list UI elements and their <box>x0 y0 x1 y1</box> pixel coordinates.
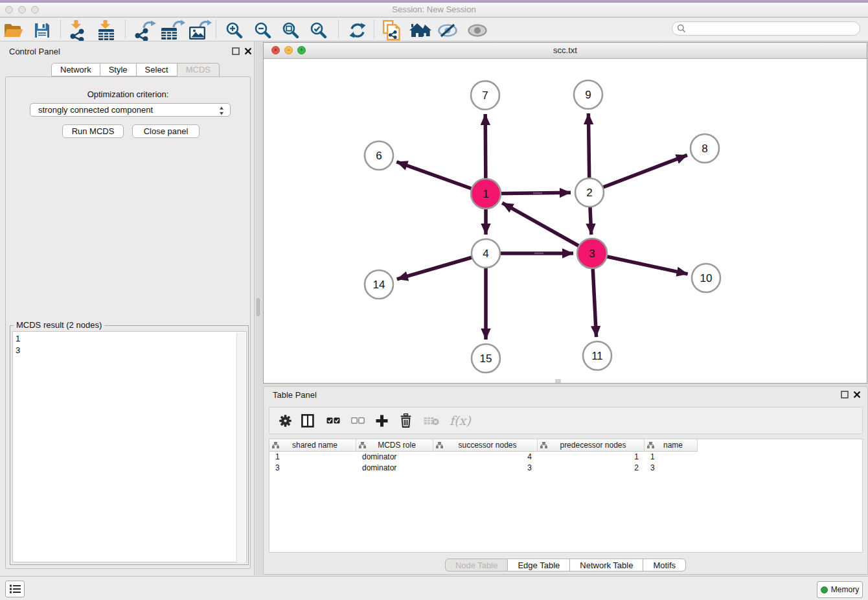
show-all-icon[interactable] <box>467 20 488 41</box>
control-panel-title: Control Panel <box>9 47 60 56</box>
node-9[interactable]: 9 <box>574 80 602 109</box>
node-10[interactable]: 10 <box>692 264 720 292</box>
minimize-network-button[interactable]: − <box>284 46 293 54</box>
node-7[interactable]: 7 <box>471 81 499 110</box>
zoom-out-icon[interactable] <box>253 20 271 41</box>
delete-table-icon[interactable] <box>424 408 439 433</box>
tab-network-table[interactable]: Network Table <box>570 559 643 571</box>
cell-predecessor-nodes: 2 <box>538 463 645 474</box>
node-3[interactable]: 3 <box>577 238 607 268</box>
zoom-window-button[interactable] <box>31 6 39 14</box>
import-network-icon[interactable] <box>69 20 87 41</box>
panel-divider-grip[interactable] <box>257 298 260 316</box>
show-columns-icon[interactable] <box>301 408 314 433</box>
hide-selected-icon[interactable] <box>437 20 458 41</box>
mcds-result-text[interactable]: 1 3 <box>12 331 247 562</box>
minimize-window-button[interactable] <box>18 6 26 14</box>
zoom-selected-icon[interactable] <box>309 20 327 41</box>
svg-text:3: 3 <box>589 248 595 260</box>
tab-mcds[interactable]: MCDS <box>177 63 220 76</box>
float-panel-icon[interactable] <box>232 47 240 55</box>
window-title: Session: New Session <box>0 3 868 17</box>
network-window-title: scc.txt <box>264 43 867 58</box>
tab-motifs[interactable]: Motifs <box>643 559 686 571</box>
tab-network[interactable]: Network <box>51 63 100 76</box>
tab-select[interactable]: Select <box>137 63 177 76</box>
svg-text:11: 11 <box>591 350 603 362</box>
optimization-criterion-label: Optimization criterion: <box>6 89 250 99</box>
table-row[interactable]: 3dominator323 <box>269 463 698 474</box>
node-15[interactable]: 15 <box>472 344 500 373</box>
svg-text:7: 7 <box>482 89 488 102</box>
close-table-panel-icon[interactable] <box>853 391 861 398</box>
delete-rows-icon[interactable] <box>400 408 412 433</box>
open-session-icon[interactable] <box>4 20 23 41</box>
edge-2-8[interactable] <box>589 155 687 192</box>
tab-node-table[interactable]: Node Table <box>445 559 508 571</box>
deselect-all-icon[interactable] <box>351 408 365 433</box>
refresh-icon[interactable] <box>348 20 367 41</box>
zoom-in-icon[interactable] <box>225 20 243 41</box>
node-4[interactable]: 4 <box>472 239 500 268</box>
search-input[interactable] <box>672 21 860 36</box>
edge-label-mark <box>533 192 542 194</box>
svg-text:10: 10 <box>700 272 713 284</box>
cell-successor-nodes: 4 <box>433 452 538 463</box>
column-header-predecessor-nodes[interactable]: predecessor nodes <box>538 439 645 452</box>
result-scrollbar[interactable] <box>236 332 246 562</box>
add-column-icon[interactable] <box>375 408 389 433</box>
column-header-successor-nodes[interactable]: successor nodes <box>433 439 538 452</box>
column-header-shared-name[interactable]: shared name <box>269 439 356 452</box>
run-mcds-button[interactable]: Run MCDS <box>62 124 124 138</box>
export-table-icon[interactable] <box>161 20 185 41</box>
titlebar: Session: New Session <box>0 3 868 17</box>
node-6[interactable]: 6 <box>365 141 393 170</box>
memory-button[interactable]: Memory <box>817 581 863 598</box>
node-table: shared nameMCDS rolesuccessor nodesprede… <box>269 439 863 553</box>
zoom-network-button[interactable]: + <box>297 46 306 54</box>
memory-status-icon <box>821 586 828 594</box>
home-icon[interactable] <box>408 20 431 41</box>
svg-text:1: 1 <box>483 188 488 200</box>
export-image-icon[interactable] <box>188 20 212 41</box>
close-window-button[interactable] <box>5 6 13 14</box>
svg-text:4: 4 <box>483 248 488 260</box>
save-session-icon[interactable] <box>34 20 51 41</box>
svg-text:8: 8 <box>702 143 707 155</box>
tab-edge-table[interactable]: Edge Table <box>508 559 570 571</box>
node-2[interactable]: 2 <box>575 178 604 207</box>
table-settings-icon[interactable] <box>279 408 292 433</box>
criterion-dropdown[interactable]: strongly connected component <box>30 103 231 117</box>
window-resize-grip[interactable] <box>555 379 561 383</box>
node-1[interactable]: 1 <box>471 179 501 209</box>
zoom-fit-icon[interactable] <box>281 20 299 41</box>
cell-shared-name: 3 <box>269 463 356 474</box>
network-graph[interactable]: 1234678910111415 <box>264 60 867 384</box>
svg-text:2: 2 <box>586 187 592 199</box>
import-table-icon[interactable] <box>98 20 116 41</box>
close-panel-icon[interactable] <box>244 47 252 55</box>
dropdown-arrows-icon <box>219 106 224 115</box>
cell-MCDS-role: dominator <box>356 463 433 474</box>
float-table-panel-icon[interactable] <box>841 391 849 398</box>
cell-name: 3 <box>645 463 698 474</box>
node-11[interactable]: 11 <box>583 341 611 370</box>
copy-network-icon[interactable] <box>383 20 401 41</box>
tab-style[interactable]: Style <box>100 63 137 76</box>
table-row[interactable]: 1dominator411 <box>269 452 698 463</box>
svg-text:14: 14 <box>373 279 385 291</box>
column-header-MCDS-role[interactable]: MCDS role <box>356 439 433 452</box>
function-builder-icon[interactable]: f(x) <box>450 408 471 433</box>
svg-text:15: 15 <box>480 352 492 365</box>
column-header-name[interactable]: name <box>645 439 698 452</box>
export-network-icon[interactable] <box>133 20 157 41</box>
cell-MCDS-role: dominator <box>356 452 433 463</box>
node-14[interactable]: 14 <box>365 270 393 299</box>
node-8[interactable]: 8 <box>691 134 719 163</box>
network-window: × − + scc.txt 1234678910111415 <box>263 42 867 384</box>
select-all-icon[interactable] <box>326 408 340 433</box>
svg-text:9: 9 <box>585 89 591 101</box>
close-network-button[interactable]: × <box>271 46 280 54</box>
task-history-button[interactable] <box>5 581 25 597</box>
close-panel-button[interactable]: Close panel <box>132 124 200 138</box>
